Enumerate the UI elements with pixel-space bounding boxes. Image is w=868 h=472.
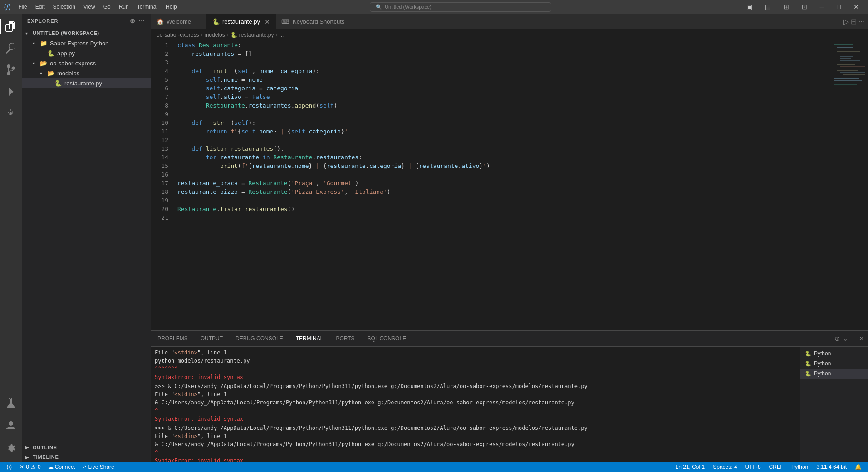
new-terminal-icon[interactable]: ⊕ (834, 335, 840, 342)
breadcrumb-modelos[interactable]: modelos (204, 32, 225, 38)
bell-icon: 🔔 (855, 464, 862, 470)
language-text: Python (791, 464, 808, 470)
spaces-text: Spaces: 4 (713, 464, 737, 470)
search-box[interactable]: 🔍 Untitled (Workspace) (370, 2, 551, 12)
layout2-icon[interactable]: ▤ (760, 1, 776, 12)
line-num-7: 7 (151, 93, 168, 101)
warning-icon: ⚠ (31, 464, 36, 470)
panel-content: File "<stdin>", line 1 python modelos/re… (151, 347, 868, 462)
terminal-split-icon[interactable]: ⌄ (843, 335, 848, 342)
layout3-icon[interactable]: ⊞ (778, 1, 794, 12)
status-connect[interactable]: ☁ Connect (46, 462, 77, 472)
svg-rect-9 (837, 70, 858, 71)
activity-settings[interactable] (0, 438, 22, 460)
status-notifications[interactable]: 🔔 (853, 462, 863, 472)
more-actions-icon[interactable]: ··· (138, 17, 145, 25)
new-file-icon[interactable]: ⊕ (130, 17, 136, 25)
panel-tab-debug[interactable]: DEBUG CONSOLE (229, 331, 289, 346)
more-tabs-icon[interactable]: ··· (858, 17, 864, 25)
menu-go[interactable]: Go (100, 3, 114, 11)
timeline-section[interactable]: ▶ TIMELINE (22, 452, 151, 462)
panel-tab-sql[interactable]: SQL CONSOLE (361, 331, 413, 346)
breadcrumb-symbol[interactable]: ... (279, 32, 284, 38)
close-button[interactable]: ✕ (848, 1, 864, 12)
menu-bar: File Edit Selection View Go Run Terminal… (15, 3, 180, 11)
minimap (832, 40, 868, 330)
breadcrumb-root[interactable]: oo-sabor-express (157, 32, 199, 38)
status-live-share[interactable]: ↗ Live Share (80, 462, 116, 472)
split-editor-icon[interactable]: ⊟ (851, 17, 857, 26)
code-line-12 (174, 136, 832, 144)
connect-icon: ☁ (48, 464, 54, 470)
menu-run[interactable]: Run (115, 3, 132, 11)
menu-help[interactable]: Help (162, 3, 181, 11)
tab-welcome[interactable]: 🏠 Welcome ✕ (151, 14, 207, 29)
status-remote[interactable]: ⟨/⟩ (5, 462, 14, 472)
terminal-line-1: File "<stdin>", line 1 (155, 349, 796, 357)
terminal-instance-1[interactable]: 🐍 Python (800, 349, 868, 359)
menu-selection[interactable]: Selection (49, 3, 78, 11)
line-num-18: 18 (151, 187, 168, 196)
activity-testing[interactable] (0, 393, 22, 415)
status-version[interactable]: 3.11.4 64-bit (814, 462, 848, 472)
panel-tab-terminal[interactable]: TERMINAL (289, 331, 330, 346)
code-line-15: print(f'{restaurante.nome} | {restaurant… (174, 162, 832, 170)
tab-keyboard[interactable]: ⌨ Keyboard Shortcuts ✕ (276, 14, 360, 29)
panel-tab-actions: ⊕ ⌄ ··· ✕ (834, 331, 868, 346)
line-num-3: 3 (151, 58, 168, 67)
status-position[interactable]: Ln 21, Col 1 (673, 462, 706, 472)
activity-search[interactable] (0, 37, 22, 59)
tab-bar: 🏠 Welcome ✕ 🐍 restaurante.py ✕ ⌨ Keyboar… (151, 14, 868, 30)
search-text: Untitled (Workspace) (385, 4, 432, 10)
line-num-20: 20 (151, 205, 168, 213)
panel-close-icon[interactable]: ✕ (859, 335, 864, 342)
activity-account[interactable] (0, 415, 22, 437)
keyboard-tab-icon: ⌨ (281, 18, 290, 25)
menu-edit[interactable]: Edit (32, 3, 49, 11)
terminal-output[interactable]: File "<stdin>", line 1 python modelos/re… (151, 347, 800, 462)
activity-extensions[interactable] (0, 103, 22, 124)
app-py-label: app.py (57, 50, 151, 57)
tree-app-py[interactable]: 🐍 app.py (22, 48, 151, 58)
sabor-arrow: ▾ (33, 41, 40, 46)
maximize-button[interactable]: □ (832, 1, 846, 12)
tree-oo-sabor[interactable]: ▾ 📂 oo-sabor-express (22, 58, 151, 68)
tree-restaurante-py[interactable]: 🐍 restaurante.py (22, 78, 151, 88)
workspace-arrow: ▾ (25, 31, 33, 36)
tree-sabor-express[interactable]: ▾ 📁 Sabor Express Python (22, 38, 151, 48)
status-language[interactable]: Python (790, 462, 810, 472)
panel-tab-problems[interactable]: PROBLEMS (151, 331, 194, 346)
terminal-more-icon[interactable]: ··· (851, 335, 856, 342)
activity-explorer[interactable] (0, 15, 22, 37)
terminal-instance-2[interactable]: 🐍 Python (800, 359, 868, 369)
status-line-ending[interactable]: CRLF (767, 462, 785, 472)
panel-tab-output[interactable]: OUTPUT (194, 331, 229, 346)
layout-icon[interactable]: ▣ (741, 1, 758, 12)
code-line-18: restaurante_pizza = Restaurante('Pizza E… (174, 187, 832, 196)
terminal-instance-3[interactable]: 🐍 Python (800, 369, 868, 379)
layout4-icon[interactable]: ⊡ (796, 1, 813, 12)
status-encoding[interactable]: UTF-8 (744, 462, 763, 472)
restaurante-tab-close[interactable]: ✕ (265, 18, 270, 25)
tree-modelos[interactable]: ▾ 📂 modelos (22, 68, 151, 78)
workspace-item[interactable]: ▾ UNTITLED (WORKSPACE) (22, 28, 151, 38)
outline-section[interactable]: ▶ OUTLINE (22, 442, 151, 452)
run-button[interactable]: ▷ (843, 17, 849, 26)
code-content[interactable]: class Restaurante: restaurantes = [] def… (174, 40, 832, 330)
vscode-logo: ⟨/⟩ (4, 3, 11, 11)
activity-source-control[interactable] (0, 59, 22, 81)
status-errors[interactable]: ✕ 0 ⚠ 0 (18, 462, 42, 472)
menu-file[interactable]: File (15, 3, 30, 11)
menu-terminal[interactable]: Terminal (133, 3, 161, 11)
breadcrumb-file[interactable]: restaurante.py (239, 32, 274, 38)
terminal-line-9: SyntaxError: invalid syntax (155, 415, 796, 423)
tab-restaurante[interactable]: 🐍 restaurante.py ✕ (207, 14, 276, 29)
minimize-button[interactable]: ─ (814, 1, 830, 12)
panel-tab-ports[interactable]: PORTS (329, 331, 361, 346)
sidebar-header: EXPLORER ⊕ ··· (22, 14, 151, 28)
svg-rect-1 (837, 47, 853, 48)
editor-area: 🏠 Welcome ✕ 🐍 restaurante.py ✕ ⌨ Keyboar… (151, 14, 868, 462)
activity-run[interactable] (0, 81, 22, 103)
menu-view[interactable]: View (80, 3, 99, 11)
status-spaces[interactable]: Spaces: 4 (711, 462, 739, 472)
